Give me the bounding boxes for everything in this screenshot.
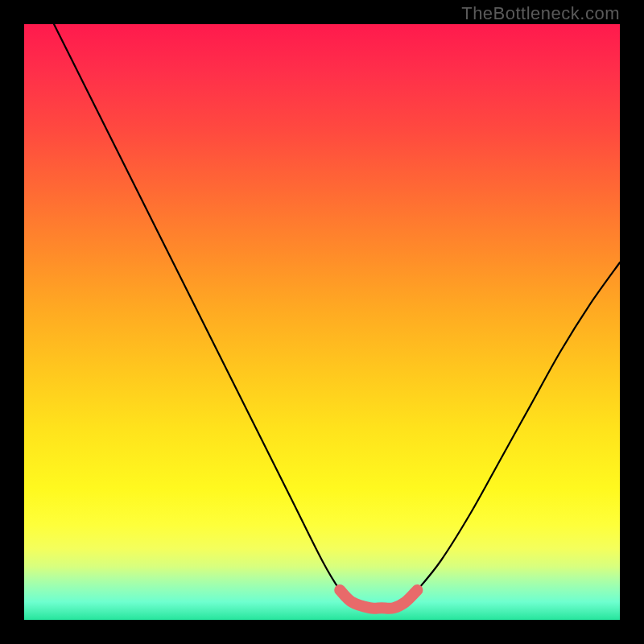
chart-frame: TheBottleneck.com [0, 0, 644, 644]
watermark-text: TheBottleneck.com [461, 3, 620, 24]
bottleneck-curve [54, 24, 620, 609]
plot-area [24, 24, 620, 620]
highlight-bottom [340, 590, 417, 609]
curve-layer [24, 24, 620, 620]
